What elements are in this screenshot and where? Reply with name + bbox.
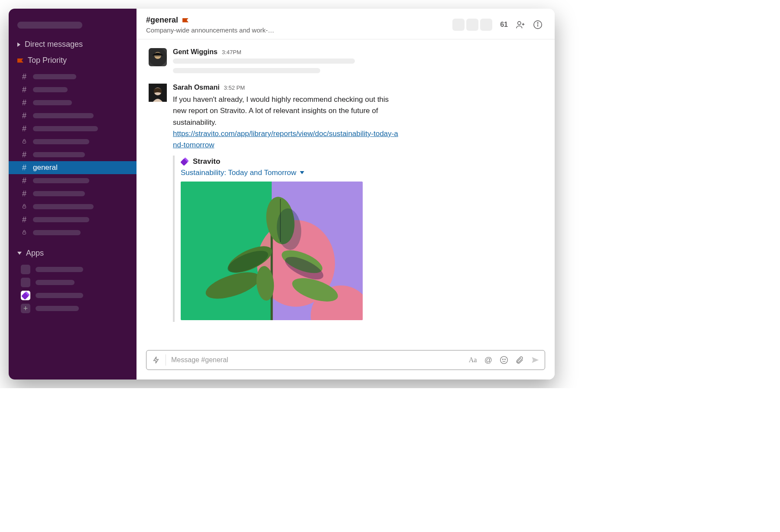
- message-time: 3:52 PM: [224, 84, 245, 91]
- format-icon[interactable]: Aa: [468, 356, 477, 364]
- composer-input[interactable]: Message #general: [171, 356, 463, 364]
- channel-item[interactable]: #: [9, 96, 136, 109]
- section-direct-messages[interactable]: Direct messages: [9, 36, 136, 52]
- svg-point-14: [203, 267, 263, 304]
- channel-name-placeholder: [33, 178, 89, 183]
- channel-item[interactable]: #: [9, 109, 136, 122]
- hash-icon: #: [21, 150, 28, 159]
- channel-item[interactable]: [9, 200, 136, 213]
- message-text: If you haven't already, I would highly r…: [173, 94, 398, 128]
- message-time: 3:47PM: [222, 49, 241, 55]
- app-name-placeholder: [36, 306, 79, 311]
- composer-area: Message #general Aa @: [136, 350, 555, 380]
- channel-name: #general: [146, 16, 178, 25]
- channel-item[interactable]: #: [9, 187, 136, 200]
- attach-icon[interactable]: [515, 356, 524, 364]
- add-app-button[interactable]: +: [9, 302, 136, 315]
- channel-topic: Company-wide announcements and work-…: [146, 26, 274, 34]
- hash-icon: #: [21, 72, 28, 81]
- message-text-placeholder: [173, 68, 320, 73]
- svg-point-21: [500, 357, 508, 364]
- direct-messages-label: Direct messages: [25, 40, 83, 49]
- workspace-header[interactable]: [9, 22, 136, 36]
- channel-name-row[interactable]: #general: [146, 16, 274, 25]
- svg-point-22: [503, 359, 504, 360]
- channel-name-placeholder: [33, 139, 89, 144]
- hash-icon: #: [21, 215, 28, 224]
- message-composer[interactable]: Message #general Aa @: [146, 350, 545, 370]
- section-top-priority[interactable]: Top Priority: [9, 52, 136, 68]
- app-item-stravito[interactable]: [9, 289, 136, 302]
- plus-icon: +: [21, 304, 30, 313]
- attachment: Stravito Sustainability: Today and Tomor…: [173, 156, 543, 322]
- top-priority-label: Top Priority: [28, 56, 67, 65]
- hash-icon: #: [21, 163, 28, 172]
- avatar[interactable]: [149, 48, 167, 66]
- message-link[interactable]: https://stravito.com/app/library/reports…: [173, 130, 398, 149]
- message-text-placeholder: [173, 58, 355, 64]
- svg-point-3: [518, 22, 521, 25]
- hash-icon: #: [21, 176, 28, 185]
- channel-item[interactable]: #: [9, 148, 136, 161]
- hash-icon: #: [21, 85, 28, 94]
- add-people-icon[interactable]: [516, 20, 525, 29]
- channel-item[interactable]: [9, 135, 136, 148]
- channel-item[interactable]: #: [9, 122, 136, 135]
- app-icon: [21, 278, 30, 287]
- message: Sarah Osmani 3:52 PM If you haven't alre…: [149, 81, 543, 330]
- channel-name-placeholder: [33, 113, 94, 118]
- app-name-placeholder: [36, 280, 75, 285]
- channel-item-general[interactable]: #general: [9, 161, 136, 174]
- svg-rect-1: [23, 206, 26, 208]
- mention-icon[interactable]: @: [484, 356, 493, 364]
- svg-rect-9: [154, 55, 161, 57]
- section-apps[interactable]: Apps: [9, 245, 136, 261]
- avatar[interactable]: [149, 84, 167, 102]
- emoji-icon[interactable]: [500, 356, 508, 364]
- message-list: Gent Wiggins 3:47PM: [136, 39, 555, 350]
- hash-icon: #: [21, 189, 28, 198]
- app-name-placeholder: [36, 267, 83, 272]
- member-avatars[interactable]: [452, 19, 492, 31]
- channel-item[interactable]: #: [9, 213, 136, 226]
- shortcuts-icon[interactable]: [152, 356, 160, 364]
- svg-rect-2: [23, 232, 26, 234]
- workspace-name-placeholder: [17, 22, 82, 29]
- member-count: 61: [500, 21, 508, 29]
- channel-header: #general Company-wide announcements and …: [136, 9, 555, 39]
- info-icon[interactable]: [533, 20, 543, 29]
- app-item[interactable]: [9, 276, 136, 289]
- message: Gent Wiggins 3:47PM: [149, 45, 543, 81]
- avatar-placeholder: [452, 19, 465, 31]
- svg-point-6: [537, 23, 538, 23]
- flag-icon: [182, 18, 188, 23]
- sidebar: Direct messages Top Priority #######gene…: [9, 9, 136, 380]
- channel-name-placeholder: [33, 204, 94, 209]
- plant-illustration: [181, 182, 363, 320]
- channel-name-placeholder: [33, 152, 85, 157]
- flag-icon: [17, 58, 23, 63]
- message-author[interactable]: Gent Wiggins: [173, 48, 218, 56]
- svg-rect-0: [23, 141, 26, 143]
- attachment-title-text: Sustainability: Today and Tomorrow: [181, 169, 296, 177]
- chevron-down-icon: [300, 171, 304, 174]
- channel-item[interactable]: #: [9, 70, 136, 83]
- main-panel: #general Company-wide announcements and …: [136, 9, 555, 380]
- lock-icon: [21, 203, 28, 211]
- hash-icon: #: [21, 111, 28, 120]
- attachment-title[interactable]: Sustainability: Today and Tomorrow: [181, 169, 543, 177]
- send-icon[interactable]: [531, 356, 540, 364]
- channel-name-placeholder: [33, 74, 76, 79]
- channel-name-placeholder: [33, 191, 85, 196]
- lock-icon: [21, 229, 28, 237]
- attachment-preview-image[interactable]: [181, 182, 363, 320]
- app-window: Direct messages Top Priority #######gene…: [9, 9, 555, 380]
- channel-item[interactable]: [9, 226, 136, 239]
- hash-icon: #: [21, 98, 28, 107]
- message-author[interactable]: Sarah Osmani: [173, 84, 220, 91]
- channel-item[interactable]: #: [9, 174, 136, 187]
- app-item[interactable]: [9, 263, 136, 276]
- channel-name-placeholder: [33, 100, 72, 105]
- channel-item[interactable]: #: [9, 83, 136, 96]
- app-name-placeholder: [36, 293, 83, 298]
